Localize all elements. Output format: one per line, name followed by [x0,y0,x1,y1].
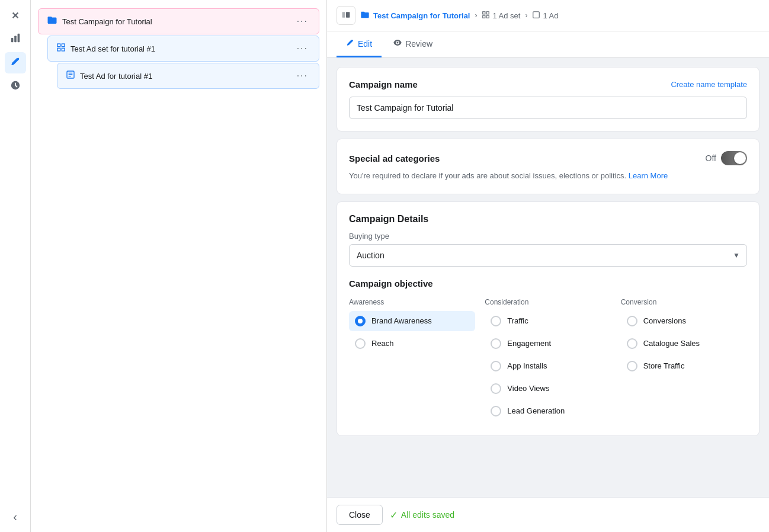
svg-rect-3 [57,44,60,47]
breadcrumb-ad-label: 1 Ad [543,11,558,20]
engagement-label: Engagement [507,339,551,348]
breadcrumb-sep-1: › [475,11,477,20]
sidebar-collapse-button[interactable]: ‹ [5,506,26,527]
objective-conversions[interactable]: Conversions [621,311,747,331]
campaign-name-input[interactable] [349,97,747,119]
breadcrumb-adset-label: 1 Ad set [492,11,520,20]
breadcrumb-adset-icon [482,11,490,21]
special-ad-header: Special ad categories Off [349,151,747,165]
create-template-link[interactable]: Create name template [671,80,747,89]
radio-catalogue-sales [627,338,637,349]
objective-reach[interactable]: Reach [349,334,475,354]
lead-generation-label: Lead Generation [507,406,565,415]
special-ad-description: You're required to declare if your ads a… [349,170,747,182]
breadcrumb-campaign[interactable]: Test Campaign for Tutorial [360,10,470,21]
sidebar-edit-button[interactable] [5,52,26,73]
svg-rect-0 [11,38,13,42]
conversion-column: Conversion Conversions Catalogue Sales S… [621,298,747,424]
edit-pencil-icon [346,39,354,49]
campaign-label: Test Campaign for Tutorial [62,17,290,26]
objective-traffic[interactable]: Traffic [485,311,611,331]
svg-rect-11 [487,11,489,14]
radio-traffic [491,316,501,326]
panel-toggle-icon [341,10,351,21]
radio-video-views [491,383,501,394]
video-views-label: Video Views [507,384,549,393]
chart-bar-icon [10,33,21,46]
ad-label: Test Ad for tutorial #1 [80,72,290,81]
sidebar-clock-button[interactable] [5,76,26,97]
campaign-name-card: Campaign name Create name template [337,67,760,132]
radio-reach [355,338,366,349]
panel-toggle-button[interactable] [337,6,355,25]
campaign-details-title: Campaign Details [349,214,747,225]
store-traffic-label: Store Traffic [643,361,685,370]
pencil-icon [10,56,21,70]
special-ad-toggle[interactable] [721,151,747,165]
tree-item-adset[interactable]: Test Ad set for tutorial #1 ··· [47,36,319,62]
traffic-label: Traffic [507,316,528,325]
breadcrumb-ad-icon [532,11,540,21]
objective-app-installs[interactable]: App Installs [485,356,611,376]
objective-lead-generation[interactable]: Lead Generation [485,401,611,421]
checkmark-icon: ✓ [390,509,398,521]
consideration-header: Consideration [485,298,611,306]
toggle-off-label: Off [706,153,716,163]
svg-rect-5 [57,48,60,51]
objective-engagement[interactable]: Engagement [485,334,611,354]
campaign-tree-panel: Test Campaign for Tutorial ··· Test Ad s… [31,0,327,532]
reach-label: Reach [371,339,394,348]
radio-app-installs [491,361,501,371]
svg-rect-14 [533,11,540,18]
buying-type-label: Buying type [349,232,747,241]
sidebar-close-button[interactable]: ✕ [5,5,26,26]
objective-store-traffic[interactable]: Store Traffic [621,356,747,376]
breadcrumb-folder-icon [360,10,370,21]
buying-type-select[interactable]: Auction Reach and Frequency [349,244,747,267]
breadcrumb-adset[interactable]: 1 Ad set [482,11,520,21]
special-ad-toggle-area: Off [706,151,747,165]
breadcrumb-campaign-name: Test Campaign for Tutorial [373,11,470,20]
catalogue-sales-label: Catalogue Sales [643,339,700,348]
adset-grid-icon [56,43,66,55]
objective-video-views[interactable]: Video Views [485,379,611,399]
radio-conversions [627,316,637,326]
app-installs-label: App Installs [507,361,547,370]
close-button[interactable]: Close [337,505,383,525]
svg-rect-10 [483,11,485,14]
sidebar-chart-button[interactable] [5,28,26,50]
clock-icon [10,80,21,94]
radio-engagement [491,338,501,349]
objective-columns: Awareness Brand Awareness Reach [349,298,747,424]
tab-edit[interactable]: Edit [337,31,382,57]
objective-brand-awareness[interactable]: Brand Awareness [349,311,475,331]
saved-label: All edits saved [401,510,454,520]
tab-review[interactable]: Review [384,31,442,57]
campaign-more-button[interactable]: ··· [294,15,310,28]
campaign-name-label: Campaign name [349,79,418,89]
buying-type-select-wrapper: Auction Reach and Frequency ▼ [349,244,747,267]
right-panel: Test Campaign for Tutorial › 1 Ad set › … [327,0,769,532]
tree-item-ad[interactable]: Test Ad for tutorial #1 ··· [57,63,319,89]
tree-item-campaign[interactable]: Test Campaign for Tutorial ··· [38,8,319,34]
radio-brand-awareness [355,316,366,326]
breadcrumb-ad[interactable]: 1 Ad [532,11,558,21]
conversion-header: Conversion [621,298,747,306]
main-content: Campaign name Create name template Speci… [327,57,769,497]
svg-rect-13 [487,15,489,18]
chevron-left-icon: ‹ [13,510,17,524]
adset-more-button[interactable]: ··· [294,42,310,55]
special-ad-title: Special ad categories [349,153,440,164]
campaign-objective-label: Campaign objective [349,278,747,289]
svg-rect-8 [342,12,345,18]
special-ad-card: Special ad categories Off You're require… [337,139,760,194]
svg-rect-1 [14,36,17,42]
saved-status: ✓ All edits saved [390,509,454,521]
campaign-folder-icon [47,15,57,28]
learn-more-link[interactable]: Learn More [629,171,668,180]
radio-store-traffic [627,361,637,371]
close-x-icon: ✕ [11,10,19,21]
campaign-details-card: Campaign Details Buying type Auction Rea… [337,201,760,436]
objective-catalogue-sales[interactable]: Catalogue Sales [621,334,747,354]
ad-more-button[interactable]: ··· [294,69,310,82]
